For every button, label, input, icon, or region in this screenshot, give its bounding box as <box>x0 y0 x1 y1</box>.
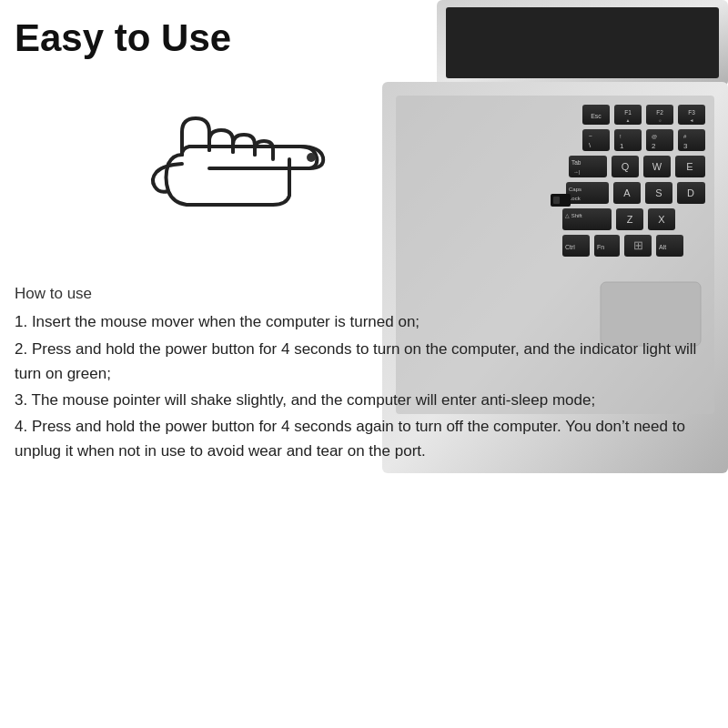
instruction-1: 1. Insert the mouse mover when the compu… <box>15 309 706 334</box>
svg-rect-19 <box>614 129 642 151</box>
svg-text:@: @ <box>652 134 657 139</box>
svg-text:Q: Q <box>622 161 630 172</box>
svg-text:W: W <box>652 161 662 172</box>
svg-text:F1: F1 <box>624 109 632 116</box>
svg-text:▲: ▲ <box>626 117 631 123</box>
instruction-2: 2. Press and hold the power button for 4… <box>15 337 706 386</box>
svg-text:Tab: Tab <box>571 159 581 166</box>
svg-point-0 <box>307 153 316 162</box>
svg-text:☼: ☼ <box>658 117 662 123</box>
instructions-text: 1. Insert the mouse mover when the compu… <box>15 309 706 463</box>
text-content-area: How to use 1. Insert the mouse mover whe… <box>15 282 706 463</box>
svg-text:△ Shift: △ Shift <box>565 213 582 218</box>
hand-icon-area <box>91 77 346 254</box>
svg-text:Ctrl: Ctrl <box>565 244 575 250</box>
svg-text:F2: F2 <box>656 109 663 116</box>
page-title: Easy to Use <box>15 16 231 60</box>
svg-rect-22 <box>646 129 673 151</box>
svg-text:A: A <box>623 187 631 198</box>
svg-text:X: X <box>658 214 665 225</box>
svg-text:Caps: Caps <box>569 187 581 192</box>
svg-rect-16 <box>582 129 610 151</box>
instruction-4: 4. Press and hold the power button for 4… <box>15 414 706 463</box>
svg-rect-46 <box>562 208 612 230</box>
svg-text:2: 2 <box>652 142 656 150</box>
how-to-label: How to use <box>15 282 706 306</box>
hand-pointing-icon <box>91 77 346 250</box>
svg-text:Fn: Fn <box>597 244 604 250</box>
svg-rect-61 <box>553 197 560 204</box>
svg-text:~: ~ <box>589 133 592 139</box>
svg-text:Alt: Alt <box>659 244 666 250</box>
svg-text:Esc: Esc <box>591 113 602 119</box>
svg-text:E: E <box>686 161 693 172</box>
svg-text:F3: F3 <box>688 109 695 116</box>
svg-text:→|: →| <box>573 169 581 175</box>
svg-text:◄: ◄ <box>690 117 694 123</box>
svg-text:1: 1 <box>620 142 624 150</box>
svg-text:Z: Z <box>627 214 633 225</box>
svg-rect-25 <box>678 129 705 151</box>
svg-text:Lock: Lock <box>569 196 581 201</box>
svg-text:D: D <box>687 187 694 198</box>
page-container: Easy to Use <box>0 0 728 728</box>
svg-rect-2 <box>446 7 719 78</box>
instruction-3: 3. The mouse pointer will shake slightly… <box>15 388 706 412</box>
svg-text:S: S <box>655 187 662 198</box>
svg-text:3: 3 <box>683 142 688 150</box>
svg-text:⊞: ⊞ <box>633 238 643 252</box>
